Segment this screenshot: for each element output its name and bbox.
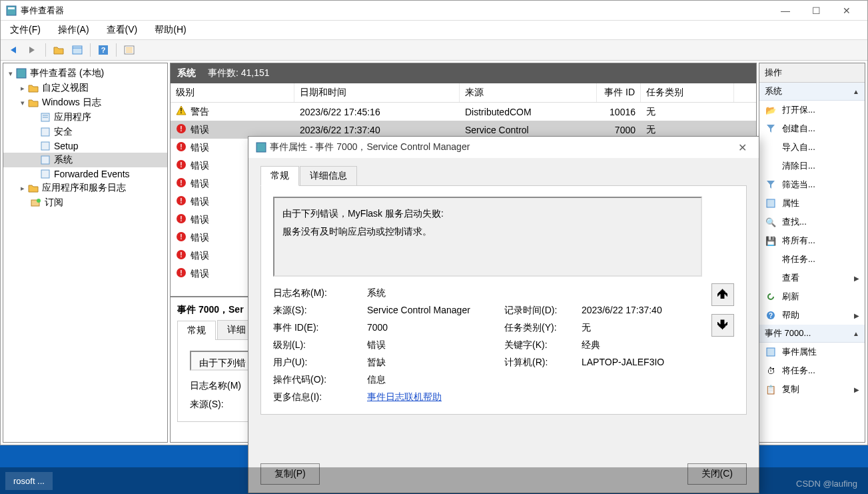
action-evprops[interactable]: 事件属性: [759, 343, 865, 361]
tree-appsvc[interactable]: ▸ 应用程序和服务日志: [3, 181, 167, 195]
expand-icon[interactable]: ▸: [18, 84, 27, 93]
forward-button[interactable]: [25, 42, 41, 58]
table-row[interactable]: !警告2023/6/22 17:45:16DistributedCOM10016…: [171, 103, 756, 121]
chevron-right-icon: ▶: [854, 386, 859, 393]
next-event-button[interactable]: 🡻: [711, 314, 734, 337]
tab-details[interactable]: 详细信息: [300, 166, 357, 186]
search-icon: 🔍: [765, 217, 777, 227]
tree-system[interactable]: 系统: [3, 153, 167, 167]
val-source: Service Control Manager: [367, 305, 500, 317]
collapse-icon[interactable]: ▾: [18, 99, 27, 107]
lbl-logname: 日志名称(M):: [273, 287, 363, 299]
tree-winlogs[interactable]: ▾ Windows 日志: [3, 95, 167, 110]
tree-forwarded[interactable]: Forwarded Events: [3, 167, 167, 181]
list-button[interactable]: [121, 42, 137, 58]
tree-root[interactable]: ▾ 事件查看器 (本地): [3, 66, 167, 81]
dialog-title: 事件属性 - 事件 7000，Service Control Manager: [270, 141, 732, 153]
action-filter[interactable]: 筛选当...: [759, 175, 865, 194]
menu-help[interactable]: 帮助(H): [151, 22, 190, 38]
close-button[interactable]: ✕: [831, 1, 862, 20]
actions-section-event[interactable]: 事件 7000...▲: [759, 325, 865, 343]
action-refresh[interactable]: 刷新: [759, 287, 865, 306]
actions-section-system[interactable]: 系统▲: [759, 83, 865, 101]
svg-text:!: !: [180, 161, 182, 169]
val-taskcat: 无: [582, 322, 702, 334]
maximize-button[interactable]: ☐: [801, 1, 831, 20]
tree-app[interactable]: 应用程序: [3, 110, 167, 125]
prev-event-button[interactable]: 🡹: [711, 283, 734, 306]
lbl-level: 级别(L):: [273, 339, 363, 351]
dialog-titlebar[interactable]: 事件属性 - 事件 7000，Service Control Manager ✕: [248, 137, 759, 158]
lbl-computer: 计算机(R):: [504, 357, 578, 369]
collapse-icon[interactable]: ▾: [6, 69, 15, 78]
action-evattach[interactable]: ⏱将任务...: [759, 361, 865, 380]
action-copy[interactable]: 📋复制▶: [759, 380, 865, 399]
lbl-opcode: 操作代码(O):: [273, 374, 363, 386]
dialog-panel: 由于下列错误，MyFlask 服务启动失败: 服务没有及时响应启动或控制请求。 …: [260, 185, 747, 415]
toolbar: ?: [1, 39, 867, 61]
filter-icon: [765, 179, 777, 190]
col-source[interactable]: 来源: [460, 83, 597, 102]
action-help[interactable]: ?帮助▶: [759, 306, 865, 325]
actions-header: 操作: [759, 63, 865, 83]
help-button[interactable]: ?: [95, 42, 111, 58]
tree-custom[interactable]: ▸ 自定义视图: [3, 81, 167, 95]
svg-rect-2: [73, 46, 82, 54]
col-date[interactable]: 日期和时间: [294, 83, 460, 102]
action-create[interactable]: 创建自...: [759, 119, 865, 138]
action-view[interactable]: 查看▶: [759, 269, 865, 287]
lbl-source: 来源(S):: [273, 305, 363, 317]
svg-rect-43: [256, 143, 266, 152]
error-icon: !: [176, 123, 187, 136]
props-button[interactable]: [69, 42, 85, 58]
tree-label: 应用程序和服务日志: [42, 182, 126, 194]
refresh-icon: [765, 291, 777, 302]
dialog-tabs: 常规 详细信息: [260, 166, 747, 186]
svg-text:?: ?: [769, 312, 773, 319]
action-open[interactable]: 📂打开保...: [759, 101, 865, 119]
titlebar: 事件查看器 — ☐ ✕: [1, 1, 867, 21]
action-clear[interactable]: 清除日...: [759, 157, 865, 175]
tree-subscriptions[interactable]: 订阅: [3, 195, 167, 210]
menu-view[interactable]: 查看(V): [103, 22, 142, 38]
error-icon: !: [176, 141, 187, 154]
tree-label: 自定义视图: [42, 82, 89, 94]
props-icon: [765, 347, 777, 357]
log-icon: [39, 141, 51, 151]
action-import[interactable]: 导入自...: [759, 138, 865, 157]
val-level: 错误: [367, 339, 500, 351]
menu-action[interactable]: 操作(A): [54, 22, 93, 38]
menu-file[interactable]: 文件(F): [6, 22, 45, 38]
taskbar-item[interactable]: rosoft ...: [5, 472, 53, 490]
window-title: 事件查看器: [21, 5, 770, 17]
tab-general[interactable]: 常规: [177, 321, 216, 340]
action-find[interactable]: 🔍查找...: [759, 213, 865, 231]
tree-security[interactable]: 安全: [3, 125, 167, 139]
back-button[interactable]: [6, 42, 22, 58]
expand-icon[interactable]: ▸: [18, 184, 27, 193]
taskbar[interactable]: rosoft ...: [0, 467, 868, 494]
error-icon: !: [176, 195, 187, 208]
lbl-log: 日志名称(M): [190, 380, 241, 392]
minimize-button[interactable]: —: [770, 1, 801, 20]
svg-rect-14: [41, 128, 49, 136]
tree-label: Setup: [54, 141, 79, 151]
action-saveall[interactable]: 💾将所有...: [759, 231, 865, 250]
svg-rect-1: [8, 7, 15, 9]
dialog-close-button[interactable]: ✕: [732, 141, 752, 154]
tab-general[interactable]: 常规: [260, 166, 299, 186]
copy-icon: 📋: [765, 384, 777, 395]
col-level[interactable]: 级别: [171, 83, 294, 102]
col-id[interactable]: 事件 ID: [597, 83, 641, 102]
description-box: 由于下列错误，MyFlask 服务启动失败: 服务没有及时响应启动或控制请求。: [273, 197, 702, 277]
action-attach[interactable]: 将任务...: [759, 250, 865, 269]
action-props[interactable]: 属性: [759, 194, 865, 213]
tree-setup[interactable]: Setup: [3, 139, 167, 153]
lbl-eventid: 事件 ID(E):: [273, 322, 363, 334]
error-icon: !: [176, 159, 187, 172]
col-task[interactable]: 任务类别: [641, 83, 734, 102]
link-onlinehelp[interactable]: 事件日志联机帮助: [367, 391, 442, 402]
folder-button[interactable]: [51, 42, 67, 58]
val-computer: LAPTOP-JALEF3IO: [582, 357, 702, 369]
error-icon: !: [176, 231, 187, 244]
